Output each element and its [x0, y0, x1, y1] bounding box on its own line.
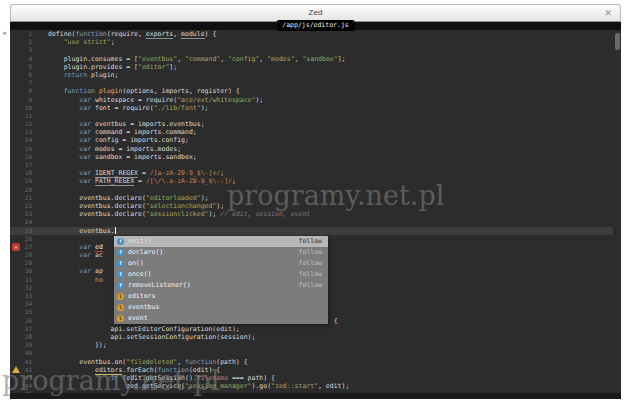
line-number: 31: [10, 276, 36, 284]
autocomplete-hint: follow: [299, 237, 322, 245]
line-number: 35: [10, 308, 36, 316]
line-number: 39: [10, 341, 36, 349]
function-icon: f: [117, 249, 124, 256]
variable-icon: l: [117, 304, 124, 311]
code-line: plugin.consumes = ["eventbus", "command"…: [48, 55, 613, 63]
code-line: eventbus.declare("sessionclicked"); // e…: [48, 210, 613, 218]
function-icon: f: [117, 260, 124, 267]
window-bottom-bar: [10, 393, 621, 399]
autocomplete-label: declare(): [128, 248, 299, 256]
line-number: 28: [10, 251, 36, 259]
code-line: var PATH_REGEX = /[\/\.a-zA-Z0-9_$\-:]/;: [48, 177, 613, 185]
code-line: [48, 186, 613, 194]
autocomplete-item[interactable]: fonce()follow: [114, 269, 328, 280]
function-icon: f: [117, 238, 124, 245]
autocomplete-label: on(): [128, 259, 299, 267]
line-number: 45: [10, 390, 36, 393]
autocomplete-item[interactable]: femit()follow: [114, 236, 328, 247]
code-line: function plugin(options, imports, regist…: [48, 87, 613, 95]
line-number: 3: [10, 46, 36, 54]
code-line: api.setSessionConfiguration(session);: [48, 333, 613, 341]
code-line: var sandbox = imports.sandbox;: [48, 153, 613, 161]
autocomplete-label: removeListener(): [128, 281, 299, 289]
line-number: 8: [10, 87, 36, 95]
autocomplete-label: emit(): [128, 237, 299, 245]
line-number: 33: [10, 292, 36, 300]
code-line: var whitespace = require("ace/ext/whites…: [48, 96, 613, 104]
code-lines[interactable]: define(function(require, exports, module…: [48, 30, 613, 393]
file-path-tab[interactable]: /app/js/editor.js: [276, 20, 355, 31]
code-line: eventbus.declare("editorloaded");: [48, 194, 613, 202]
line-number: 30: [10, 267, 36, 275]
code-line: [48, 390, 613, 393]
code-line: plugin.provides = ["editor"];: [48, 63, 613, 71]
line-number: 34: [10, 300, 36, 308]
line-number: 2: [10, 38, 36, 46]
text-cursor: [115, 227, 116, 234]
line-number: 7: [10, 79, 36, 87]
autocomplete-item[interactable]: fremoveListener()follow: [114, 280, 328, 291]
code-line: [48, 161, 613, 169]
code-line: if (edit.getSession().filename === path)…: [48, 374, 613, 382]
scrollbar-thumb[interactable]: [615, 33, 620, 50]
code-line: });: [48, 341, 613, 349]
line-number: 19: [10, 177, 36, 185]
line-number: 10: [10, 104, 36, 112]
line-number: 15: [10, 145, 36, 153]
code-line: [48, 112, 613, 120]
autocomplete-popup: femit()followfdeclare()followfon()follow…: [114, 236, 328, 324]
window-title: Zed: [11, 8, 620, 17]
code-line: editors.forEach(function(edit) {: [48, 366, 613, 374]
code-line: api.setEditorConfiguration(edit);: [48, 325, 613, 333]
line-number: 44: [10, 382, 36, 390]
code-line: return plugin;: [48, 71, 613, 79]
line-number: 22: [10, 202, 36, 210]
warning-marker-icon: [12, 366, 20, 373]
code-line: var eventbus = imports.eventbus;: [48, 120, 613, 128]
variable-icon: l: [117, 293, 124, 300]
line-number: 12: [10, 120, 36, 128]
line-number: 11: [10, 112, 36, 120]
code-line: define(function(require, exports, module…: [48, 30, 613, 38]
gutter: 1234567891011121314151617181920212223242…: [10, 30, 36, 393]
function-icon: f: [117, 282, 124, 289]
code-line: var font = require("./lib/font");: [48, 104, 613, 112]
code-line: [48, 349, 613, 357]
line-number: 32: [10, 284, 36, 292]
line-number: 37: [10, 325, 36, 333]
line-number: 17: [10, 161, 36, 169]
autocomplete-item[interactable]: leditors: [114, 291, 328, 302]
function-icon: f: [117, 271, 124, 278]
editor-area[interactable]: 1234567891011121314151617181920212223242…: [10, 30, 621, 393]
autocomplete-item[interactable]: fdeclare()follow: [114, 247, 328, 258]
line-number: 20: [10, 186, 36, 194]
line-number: 18: [10, 169, 36, 177]
autocomplete-item[interactable]: fon()follow: [114, 258, 328, 269]
line-number: 21: [10, 194, 36, 202]
autocomplete-item[interactable]: levent: [114, 313, 328, 324]
code-line: [48, 79, 613, 87]
line-number: 43: [10, 374, 36, 382]
code-line: zed.getService("session_manager").go("ze…: [48, 382, 613, 390]
autocomplete-hint: follow: [299, 281, 322, 289]
variable-icon: l: [117, 315, 124, 322]
autocomplete-hint: follow: [299, 248, 322, 256]
code-line: [48, 46, 613, 54]
line-number: 4: [10, 55, 36, 63]
autocomplete-label: event: [128, 314, 322, 322]
line-number: 23: [10, 210, 36, 218]
line-number: 36: [10, 317, 36, 325]
code-line: eventbus.on("filedeleted", function(path…: [48, 358, 613, 366]
code-line: eventbus.: [48, 227, 613, 235]
error-marker-icon: ✕: [12, 243, 20, 251]
line-number: 1: [10, 30, 36, 38]
line-number: 5: [10, 63, 36, 71]
autocomplete-hint: follow: [299, 259, 322, 267]
close-icon[interactable]: ✕: [604, 7, 612, 19]
code-line: "use strict";: [48, 38, 613, 46]
line-number: 13: [10, 128, 36, 136]
line-number: 40: [10, 349, 36, 357]
autocomplete-item[interactable]: leventbus: [114, 302, 328, 313]
autocomplete-label: editors: [128, 292, 322, 300]
line-number: 29: [10, 259, 36, 267]
